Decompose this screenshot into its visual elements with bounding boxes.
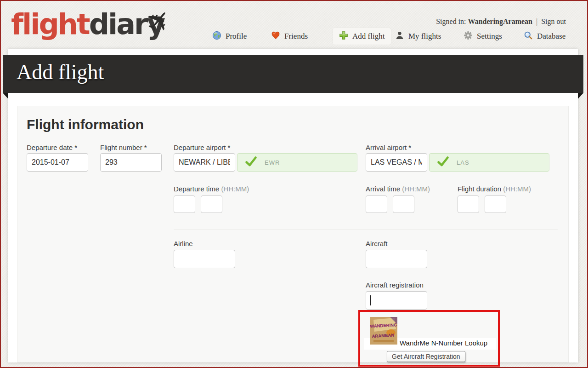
flight-number-label: Flight number * — [100, 144, 147, 151]
aircraft-registration-label: Aircraft registration — [366, 281, 424, 289]
nav-label: Profile — [226, 32, 247, 41]
nav-label: Database — [537, 32, 565, 41]
arrival-airport-code: LAS — [457, 159, 469, 166]
aircraft-label: Aircraft — [366, 240, 388, 247]
check-icon — [245, 156, 257, 169]
flight-duration-hour-input[interactable] — [458, 196, 479, 213]
username: WanderingAramean — [468, 17, 532, 25]
departure-time-hour-input[interactable] — [174, 196, 195, 213]
nav-item-my-flights[interactable]: My flights — [395, 28, 441, 45]
banner-fold-left — [3, 93, 8, 99]
flightdiary-logo[interactable]: flightdiary ✈ — [11, 4, 164, 45]
arrival-airport-verified-box: LAS — [429, 153, 549, 172]
signed-in-prefix: Signed in: — [436, 17, 468, 25]
airline-label: Airline — [174, 240, 193, 247]
arrival-time-label: Arrival time (HH:MM) — [366, 185, 430, 193]
get-aircraft-registration-button[interactable]: Get Aircraft Registration — [387, 351, 465, 362]
departure-time-hint: (HH:MM) — [221, 185, 249, 193]
airline-input[interactable] — [174, 250, 235, 268]
app-window: flightdiary ✈ Signed in: WanderingAramea… — [0, 0, 588, 368]
wandrme-n-number-lookup-link[interactable]: WandrMe N-Number Lookup — [400, 339, 487, 347]
banner-fold-right — [578, 93, 583, 99]
arrival-airport-input[interactable] — [366, 153, 427, 172]
departure-airport-label: Departure airport * — [174, 144, 230, 151]
annotation-highlight-box: WANDERING ARAMEAN WandrMe N-Number Looku… — [358, 310, 500, 367]
flight-number-input[interactable] — [100, 153, 162, 172]
wandering-aramean-stamp-image[interactable]: WANDERING ARAMEAN — [370, 317, 397, 345]
sign-out-link[interactable]: Sign out — [541, 17, 566, 25]
arrival-airport-label: Arrival airport * — [366, 144, 411, 151]
departure-airport-input[interactable] — [174, 153, 235, 172]
logo-flight-text: flight — [11, 7, 89, 41]
departure-time-label: Departure time (HH:MM) — [174, 185, 249, 193]
departure-date-input[interactable] — [27, 153, 88, 172]
aircraft-registration-input[interactable] — [366, 291, 427, 310]
signed-in-separator: | — [536, 17, 537, 25]
nav-label: My flights — [408, 32, 441, 41]
form-heading: Flight information — [27, 117, 144, 132]
flight-duration-label: Flight duration (HH:MM) — [458, 185, 531, 193]
page-title: Add flight — [17, 60, 104, 84]
page-title-banner: Add flight — [3, 55, 583, 93]
text-caret — [370, 295, 371, 305]
departure-date-label: Departure date * — [27, 144, 77, 151]
plus-icon — [339, 31, 348, 42]
nav-label: Add flight — [352, 32, 384, 41]
aircraft-input[interactable] — [366, 250, 427, 268]
signed-in-bar: Signed in: WanderingAramean | Sign out — [436, 17, 566, 26]
nav-item-settings[interactable]: Settings — [464, 28, 502, 45]
gear-icon — [464, 31, 473, 42]
check-icon — [437, 156, 449, 169]
nav-item-database[interactable]: Database — [524, 28, 565, 45]
flight-duration-hint: (HH:MM) — [503, 185, 531, 193]
nav-label: Friends — [284, 32, 308, 41]
search-icon — [524, 31, 533, 42]
arrival-time-hour-input[interactable] — [366, 196, 387, 213]
form-section-divider — [174, 230, 558, 230]
arrival-time-hint: (HH:MM) — [402, 185, 430, 193]
flight-duration-minute-input[interactable] — [485, 196, 506, 213]
departure-airport-code: EWR — [265, 159, 280, 166]
nav-label: Settings — [477, 32, 502, 41]
heart-icon — [271, 31, 280, 42]
arrival-time-minute-input[interactable] — [393, 196, 414, 213]
globe-icon — [212, 31, 221, 42]
departure-time-minute-input[interactable] — [201, 196, 222, 213]
nav-item-add-flight[interactable]: Add flight — [333, 28, 391, 45]
person-icon — [395, 31, 404, 42]
nav-item-profile[interactable]: Profile — [212, 28, 247, 45]
departure-airport-verified-box: EWR — [237, 153, 357, 172]
nav-item-friends[interactable]: Friends — [271, 28, 308, 45]
